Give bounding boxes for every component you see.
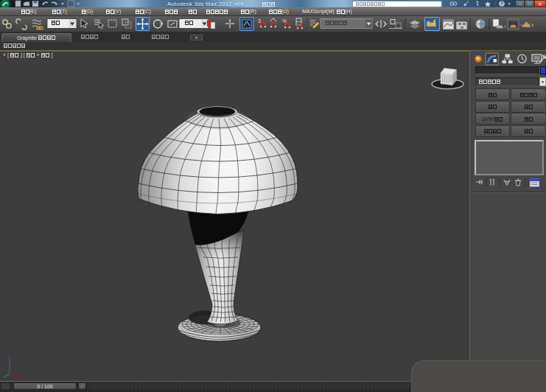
svg-text:?: ? — [500, 1, 503, 6]
